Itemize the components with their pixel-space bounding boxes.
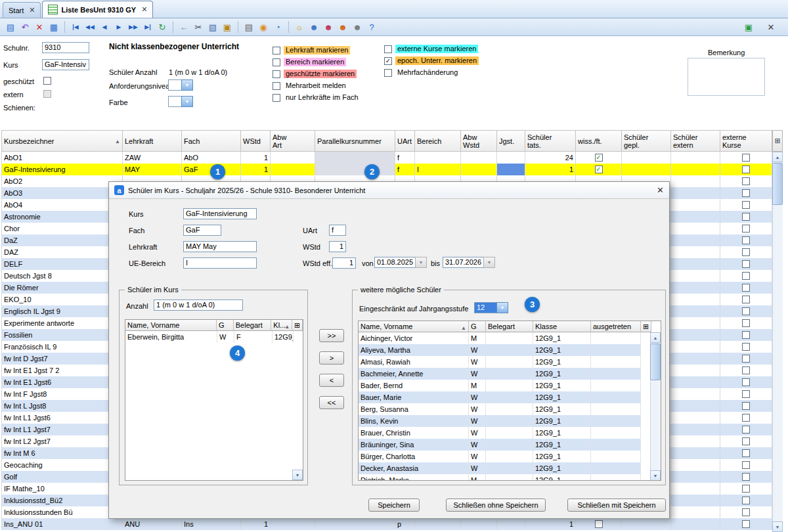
scrollbar-track[interactable] bbox=[772, 152, 783, 532]
externe-kurse-checkbox[interactable] bbox=[742, 497, 750, 504]
cell[interactable] bbox=[486, 474, 533, 481]
cell[interactable]: 12G9_1 bbox=[533, 356, 591, 368]
cell[interactable] bbox=[671, 447, 720, 459]
cell[interactable]: ANU bbox=[123, 518, 182, 530]
cell[interactable]: IF Mathe_10 bbox=[1, 483, 123, 495]
cell[interactable] bbox=[461, 152, 497, 164]
cell[interactable] bbox=[720, 459, 772, 471]
externe-kurse-checkbox[interactable] bbox=[742, 390, 750, 398]
cell[interactable]: GaF-Intensivierung bbox=[1, 164, 123, 175]
checkbox[interactable] bbox=[273, 70, 280, 78]
column-header[interactable]: Schüler extern bbox=[671, 130, 720, 152]
cell[interactable] bbox=[591, 344, 641, 356]
cell[interactable]: Dietrich, Marko bbox=[359, 474, 469, 481]
wiss-ft-checkbox[interactable]: ✓ bbox=[595, 166, 603, 173]
cell[interactable] bbox=[591, 380, 641, 391]
cell[interactable]: M bbox=[469, 474, 486, 481]
dlg-kurs-field[interactable]: GaF-Intensivierung bbox=[183, 208, 257, 219]
tab-start[interactable]: Start ✕ bbox=[3, 2, 41, 18]
dlg-bis-datepicker[interactable]: 31.07.2026 ▼ bbox=[443, 257, 495, 268]
nav-back-icon[interactable]: ◀ bbox=[98, 20, 111, 33]
cell[interactable] bbox=[591, 332, 641, 344]
cell[interactable] bbox=[415, 518, 461, 530]
student-row[interactable]: Bauer, MarieW12G9_1 bbox=[359, 391, 661, 403]
cell[interactable]: Bachmeier, Annette bbox=[359, 368, 469, 380]
externe-kurse-checkbox[interactable] bbox=[742, 355, 750, 363]
cell[interactable] bbox=[720, 282, 772, 294]
cell[interactable] bbox=[671, 471, 720, 483]
cell[interactable]: 12G9_1 bbox=[533, 439, 591, 451]
scroll-up-icon[interactable]: ▲ bbox=[650, 332, 661, 343]
cell[interactable] bbox=[720, 400, 772, 412]
course-row[interactable]: AbO1ZAWAbO1f24✓ bbox=[1, 152, 772, 164]
nav-last-icon[interactable]: ▶| bbox=[141, 20, 154, 33]
cell[interactable] bbox=[720, 234, 772, 246]
cell[interactable]: 12G9_1 bbox=[273, 331, 294, 343]
cell[interactable] bbox=[671, 376, 720, 388]
cell[interactable]: f bbox=[395, 164, 415, 175]
externe-kurse-checkbox[interactable] bbox=[742, 236, 750, 244]
cell[interactable]: 12G9_1 bbox=[533, 451, 591, 462]
dialog-title-bar[interactable]: a Schüler im Kurs - Schuljahr 2025/26 - … bbox=[109, 182, 669, 199]
cell[interactable] bbox=[720, 365, 772, 376]
cell[interactable]: Blins, Kevin bbox=[359, 415, 469, 427]
externe-kurse-checkbox[interactable] bbox=[742, 201, 750, 209]
column-header[interactable]: Jgst. bbox=[497, 130, 525, 152]
chevron-down-icon[interactable]: ▼ bbox=[415, 257, 427, 268]
externe-kurse-checkbox[interactable] bbox=[742, 461, 750, 469]
student-row[interactable]: Bräuninger, SinaW12G9_1 bbox=[359, 439, 661, 451]
externe-kurse-checkbox[interactable] bbox=[742, 343, 750, 351]
externe-kurse-checkbox[interactable] bbox=[742, 177, 750, 185]
cell[interactable]: Geocaching bbox=[1, 459, 123, 471]
scroll-down-icon[interactable]: ▼ bbox=[292, 470, 303, 480]
cell[interactable]: fw Int E1 Jgst6 bbox=[1, 376, 123, 388]
cell[interactable] bbox=[720, 376, 772, 388]
cell[interactable] bbox=[671, 175, 720, 187]
student-row[interactable]: Almasi, RawiahW12G9_1 bbox=[359, 356, 661, 368]
back-arrow-icon[interactable]: ← bbox=[177, 20, 190, 33]
cell[interactable] bbox=[315, 152, 395, 164]
dlg-ue-bereich-field[interactable]: I bbox=[183, 257, 257, 269]
cell[interactable] bbox=[720, 353, 772, 365]
cell[interactable] bbox=[720, 211, 772, 223]
column-header[interactable]: Name, Vorname▲ bbox=[359, 321, 469, 332]
cell[interactable] bbox=[720, 258, 772, 270]
cell[interactable]: Ins_ANU 01 bbox=[1, 518, 123, 530]
cell[interactable]: Die Römer bbox=[1, 282, 123, 294]
cell[interactable] bbox=[720, 341, 772, 353]
close-tab-icon[interactable]: ✕ bbox=[141, 5, 147, 14]
geschuetzt-checkbox[interactable] bbox=[43, 77, 51, 85]
marker-option[interactable]: nur Lehrkräfte im Fach bbox=[273, 93, 361, 102]
cell[interactable] bbox=[720, 317, 772, 329]
cell[interactable] bbox=[720, 471, 772, 483]
cell[interactable]: W bbox=[469, 415, 486, 427]
cell[interactable] bbox=[591, 439, 641, 451]
cell[interactable] bbox=[486, 439, 533, 451]
externe-kurse-checkbox[interactable] bbox=[742, 414, 750, 422]
course-row[interactable]: GaF-IntensivierungMAYGaF1fI1✓ bbox=[1, 164, 772, 175]
externe-kurse-checkbox[interactable] bbox=[742, 296, 750, 303]
student-row[interactable]: Blins, KevinW12G9_1 bbox=[359, 415, 661, 427]
cell[interactable]: Ins bbox=[182, 518, 241, 530]
cell[interactable]: AbO4 bbox=[1, 199, 123, 211]
dialog-close-icon[interactable]: ✕ bbox=[657, 185, 664, 195]
column-header[interactable]: Schüler gepl. bbox=[622, 130, 671, 152]
externe-kurse-checkbox[interactable] bbox=[742, 260, 750, 268]
cell[interactable] bbox=[671, 199, 720, 211]
cell[interactable] bbox=[591, 462, 641, 474]
student-row[interactable]: Berg, SusannaW12G9_1 bbox=[359, 403, 661, 415]
cell[interactable] bbox=[591, 415, 641, 427]
cell[interactable] bbox=[720, 506, 772, 518]
cell[interactable]: Fossilien bbox=[1, 329, 123, 341]
column-header[interactable]: wiss./ft. bbox=[576, 130, 622, 152]
copy-icon[interactable]: ▧ bbox=[206, 20, 219, 33]
student-row[interactable]: Bachmeier, AnnetteW12G9_1 bbox=[359, 368, 661, 380]
cell[interactable] bbox=[720, 495, 772, 506]
add-person-icon[interactable]: ☻ bbox=[307, 20, 320, 33]
cell[interactable] bbox=[671, 388, 720, 400]
cell[interactable] bbox=[622, 164, 671, 175]
cell[interactable] bbox=[671, 211, 720, 223]
cell[interactable]: M bbox=[469, 332, 486, 344]
column-header[interactable]: Kl...▲ bbox=[271, 320, 292, 331]
checkbox[interactable] bbox=[273, 82, 280, 90]
